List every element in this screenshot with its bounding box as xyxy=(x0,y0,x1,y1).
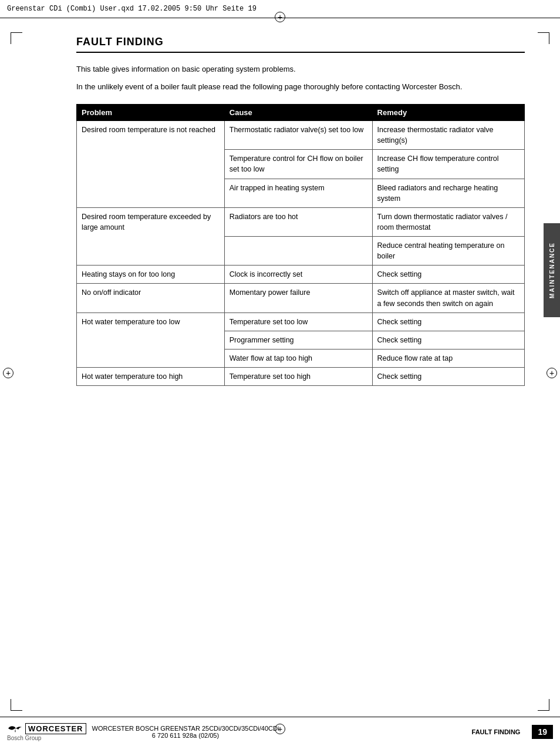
table-row: Heating stays on for too longClock is in… xyxy=(77,266,525,284)
left-margin xyxy=(0,30,76,398)
table-row: Desired room temperature is not reachedT… xyxy=(77,121,525,150)
cell-cause: Programmer setting xyxy=(224,331,372,349)
cell-problem: Hot water temperature too low xyxy=(77,312,225,367)
intro-text-2: In the unlikely event of a boiler fault … xyxy=(76,81,525,93)
page-number: 19 xyxy=(532,725,553,739)
maintenance-label: MAINTENANCE xyxy=(549,242,555,298)
footer-center: WORCESTER BOSCH GREENSTAR 25CDi/30CDi/35… xyxy=(92,725,279,739)
fault-table: Problem Cause Remedy Desired room temper… xyxy=(76,104,525,386)
crop-mark-br xyxy=(538,699,549,711)
cell-cause: Thermostatic radiator valve(s) set too l… xyxy=(224,121,372,150)
brand-name: WORCESTER xyxy=(7,722,86,735)
cell-remedy: Reduce central heating temperature on bo… xyxy=(372,237,524,266)
section-title: FAULT FINDING xyxy=(76,36,525,53)
footer-right: FAULT FINDING 19 xyxy=(472,725,553,739)
col-header-problem: Problem xyxy=(77,105,225,121)
cell-problem: Heating stays on for too long xyxy=(77,266,225,284)
cell-cause: Air trapped in heating system xyxy=(224,179,372,207)
intro-paragraph-1: This table gives information on basic op… xyxy=(76,63,525,92)
intro-text-1: This table gives information on basic op… xyxy=(76,63,525,75)
crop-mark-tr xyxy=(538,32,549,44)
cell-remedy: Switch off appliance at master switch, w… xyxy=(372,284,524,312)
footer: WORCESTER Bosch Group WORCESTER BOSCH GR… xyxy=(0,717,560,746)
cell-problem: Desired room temperature exceeded by lar… xyxy=(77,207,225,266)
reg-mark-top xyxy=(275,12,285,22)
right-content: FAULT FINDING This table gives informati… xyxy=(76,30,560,398)
table-row: Hot water temperature too lowTemperature… xyxy=(77,312,525,331)
cell-cause: Temperature set too low xyxy=(224,312,372,331)
cell-remedy: Check setting xyxy=(372,368,524,386)
cell-cause: Water flow at tap too high xyxy=(224,349,372,367)
cell-remedy: Increase thermostatic radiator valve set… xyxy=(372,121,524,150)
cell-cause xyxy=(224,237,372,266)
crop-mark-bl xyxy=(11,699,22,711)
worcester-text: WORCESTER xyxy=(25,723,86,734)
content-area: FAULT FINDING This table gives informati… xyxy=(0,18,560,398)
cell-remedy: Increase CH flow temperature control set… xyxy=(372,150,524,179)
table-row: Hot water temperature too highTemperatur… xyxy=(77,368,525,386)
cell-cause: Temperature set too high xyxy=(224,368,372,386)
crop-mark-tl xyxy=(11,32,22,44)
table-row: Desired room temperature exceeded by lar… xyxy=(77,207,525,236)
cell-remedy: Reduce flow rate at tap xyxy=(372,349,524,367)
cell-problem: No on/off indicator xyxy=(77,284,225,312)
bosch-group-text: Bosch Group xyxy=(7,735,41,741)
worcester-bird-icon xyxy=(7,722,23,735)
footer-model: WORCESTER BOSCH GREENSTAR 25CDi/30CDi/35… xyxy=(92,725,279,732)
cell-cause: Radiators are too hot xyxy=(224,207,372,236)
worcester-logo: WORCESTER Bosch Group xyxy=(7,722,86,741)
cell-remedy: Check setting xyxy=(372,266,524,284)
cell-cause: Clock is incorrectly set xyxy=(224,266,372,284)
cell-problem: Desired room temperature is not reached xyxy=(77,121,225,208)
cell-remedy: Turn down thermostatic radiator valves /… xyxy=(372,207,524,236)
maintenance-sidebar: MAINTENANCE xyxy=(544,223,560,317)
cell-remedy: Bleed radiators and recharge heating sys… xyxy=(372,179,524,207)
cell-cause: Temperature control for CH flow on boile… xyxy=(224,150,372,179)
col-header-cause: Cause xyxy=(224,105,372,121)
reg-mark-left xyxy=(3,368,14,378)
reg-mark-right xyxy=(546,368,557,378)
cell-remedy: Check setting xyxy=(372,331,524,349)
footer-left: WORCESTER Bosch Group WORCESTER BOSCH GR… xyxy=(7,722,279,741)
table-header-row: Problem Cause Remedy xyxy=(77,105,525,121)
footer-part-number: 6 720 611 928a (02/05) xyxy=(92,732,279,739)
cell-cause: Momentary power failure xyxy=(224,284,372,312)
cell-remedy: Check setting xyxy=(372,312,524,331)
col-header-remedy: Remedy xyxy=(372,105,524,121)
table-row: No on/off indicatorMomentary power failu… xyxy=(77,284,525,312)
header-text: Greenstar CDi (Combi) User.qxd 17.02.200… xyxy=(7,5,257,13)
footer-section-label: FAULT FINDING xyxy=(472,728,521,735)
cell-problem: Hot water temperature too high xyxy=(77,368,225,386)
